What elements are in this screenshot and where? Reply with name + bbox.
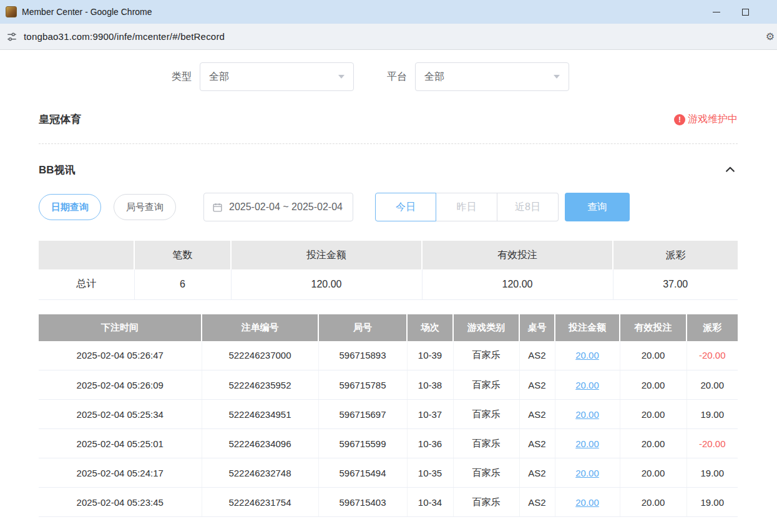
last-8-days-button[interactable]: 近8日 (497, 193, 559, 221)
query-toolbar: 日期查询 局号查询 2025-02-04 ~ 2025-02-04 今日 昨日 … (39, 193, 738, 221)
table-row: 2025-02-04 05:24:17522246232748596715494… (39, 458, 738, 488)
today-button[interactable]: 今日 (375, 193, 436, 221)
order-id-cell: 522246237000 (202, 341, 318, 370)
yesterday-button[interactable]: 昨日 (436, 193, 497, 221)
platform-select-value: 全部 (424, 70, 554, 84)
table-row: 2025-02-04 05:26:09522246235952596715785… (39, 370, 738, 400)
summary-total-label: 总计 (39, 269, 134, 299)
summary-table: 笔数 投注金额 有效投注 派彩 总计 6 120.00 120.00 37.00 (39, 241, 738, 300)
session-cell: 10-36 (407, 429, 453, 458)
col-header-session: 场次 (407, 314, 453, 341)
round-id-cell: 596715893 (318, 341, 407, 370)
valid-bet-cell: 20.00 (620, 458, 687, 488)
order-id-cell: 522246232748 (202, 458, 318, 488)
type-filter-label: 类型 (172, 70, 192, 84)
bet-amount-cell: 20.00 (555, 429, 620, 458)
game-type-cell: 百家乐 (453, 488, 519, 517)
order-id-cell: 522246235952 (202, 370, 318, 400)
summary-total-count: 6 (134, 269, 231, 299)
game-type-cell: 百家乐 (453, 341, 519, 370)
col-header-bet-amount: 投注金额 (555, 314, 620, 341)
type-select[interactable]: 全部 (200, 62, 354, 91)
round-id-cell: 596715599 (318, 429, 407, 458)
maximize-icon (742, 9, 749, 16)
bet-time-cell: 2025-02-04 05:26:47 (39, 341, 202, 370)
bet-records-table: 下注时间 注单编号 局号 场次 游戏类别 桌号 投注金额 有效投注 派彩 202… (39, 314, 738, 518)
summary-total-row: 总计 6 120.00 120.00 37.00 (39, 269, 738, 299)
col-header-valid-bet: 有效投注 (620, 314, 687, 341)
game-type-cell: 百家乐 (453, 400, 519, 429)
valid-bet-cell: 20.00 (620, 400, 687, 429)
bet-amount-link[interactable]: 20.00 (575, 409, 599, 420)
summary-header-blank (39, 241, 134, 269)
maintenance-text: 游戏维护中 (688, 113, 738, 126)
table-row: 2025-02-04 05:23:45522246231754596715403… (39, 488, 738, 517)
session-cell: 10-39 (407, 341, 453, 370)
session-cell: 10-37 (407, 400, 453, 429)
bet-amount-link[interactable]: 20.00 (575, 468, 599, 478)
date-range-value: 2025-02-04 ~ 2025-02-04 (229, 201, 343, 213)
maintenance-badge: ! 游戏维护中 (674, 113, 738, 126)
section-divider (39, 143, 738, 144)
valid-bet-cell: 20.00 (620, 341, 687, 370)
bet-time-cell: 2025-02-04 05:25:34 (39, 400, 202, 429)
search-button[interactable]: 查询 (565, 193, 630, 221)
platform-select[interactable]: 全部 (415, 62, 569, 91)
type-select-value: 全部 (209, 70, 338, 84)
col-header-bet-time: 下注时间 (39, 314, 202, 341)
table-id-cell: AS2 (519, 488, 555, 517)
payout-cell: 19.00 (687, 400, 738, 429)
window-titlebar: Member Center - Google Chrome (0, 0, 777, 24)
table-row: 2025-02-04 05:26:47522246237000596715893… (39, 341, 738, 370)
bet-amount-cell: 20.00 (555, 400, 620, 429)
maximize-button[interactable] (731, 0, 760, 24)
bet-time-cell: 2025-02-04 05:24:17 (39, 458, 202, 488)
session-cell: 10-35 (407, 458, 453, 488)
platform-filter-label: 平台 (387, 70, 407, 84)
col-header-game-type: 游戏类别 (453, 314, 519, 341)
bet-amount-link[interactable]: 20.00 (575, 497, 599, 508)
site-settings-icon[interactable] (6, 31, 17, 42)
bet-table-header-row: 下注时间 注单编号 局号 场次 游戏类别 桌号 投注金额 有效投注 派彩 (39, 314, 738, 341)
summary-total-payout: 37.00 (613, 269, 738, 299)
bet-amount-link[interactable]: 20.00 (575, 350, 599, 360)
table-row: 2025-02-04 05:25:01522246234096596715599… (39, 429, 738, 458)
order-id-cell: 522246231754 (202, 488, 318, 517)
round-query-button[interactable]: 局号查询 (114, 194, 176, 220)
minimize-button[interactable] (702, 0, 731, 24)
bet-time-cell: 2025-02-04 05:26:09 (39, 370, 202, 400)
col-header-table-id: 桌号 (519, 314, 555, 341)
round-id-cell: 596715785 (318, 370, 407, 400)
chevron-up-icon (724, 163, 736, 176)
col-header-round-id: 局号 (318, 314, 407, 341)
browser-settings-icon[interactable]: ⚙ (766, 31, 775, 42)
summary-header-count: 笔数 (134, 241, 231, 269)
summary-total-valid: 120.00 (422, 269, 613, 299)
address-bar[interactable]: tongbao31.com:9900/infe/mcenter/#/betRec… (0, 24, 777, 50)
table-row: 2025-02-04 05:25:34522246234951596715697… (39, 400, 738, 429)
summary-total-bet: 120.00 (231, 269, 422, 299)
quick-date-group: 今日 昨日 近8日 (375, 193, 559, 221)
game-type-cell: 百家乐 (453, 458, 519, 488)
table-id-cell: AS2 (519, 429, 555, 458)
bb-video-title: BB视讯 (39, 163, 76, 177)
order-id-cell: 522246234951 (202, 400, 318, 429)
url-text[interactable]: tongbao31.com:9900/infe/mcenter/#/betRec… (24, 31, 225, 42)
bet-table-body: 2025-02-04 05:26:47522246237000596715893… (39, 341, 738, 517)
chevron-down-icon (554, 75, 560, 79)
bet-amount-link[interactable]: 20.00 (575, 438, 599, 449)
page-content: 类型 全部 平台 全部 皇冠体育 ! 游戏维护中 BB视讯 日期查询 局号查询 … (0, 50, 777, 532)
session-cell: 10-34 (407, 488, 453, 517)
bet-time-cell: 2025-02-04 05:25:01 (39, 429, 202, 458)
table-id-cell: AS2 (519, 370, 555, 400)
date-range-picker[interactable]: 2025-02-04 ~ 2025-02-04 (203, 193, 353, 221)
date-query-button[interactable]: 日期查询 (39, 194, 101, 220)
collapse-section-button[interactable] (723, 162, 738, 177)
col-header-payout: 派彩 (687, 314, 738, 341)
game-type-cell: 百家乐 (453, 429, 519, 458)
bet-amount-cell: 20.00 (555, 341, 620, 370)
window-title: Member Center - Google Chrome (22, 7, 152, 17)
table-id-cell: AS2 (519, 341, 555, 370)
order-id-cell: 522246234096 (202, 429, 318, 458)
bet-amount-link[interactable]: 20.00 (575, 380, 599, 390)
